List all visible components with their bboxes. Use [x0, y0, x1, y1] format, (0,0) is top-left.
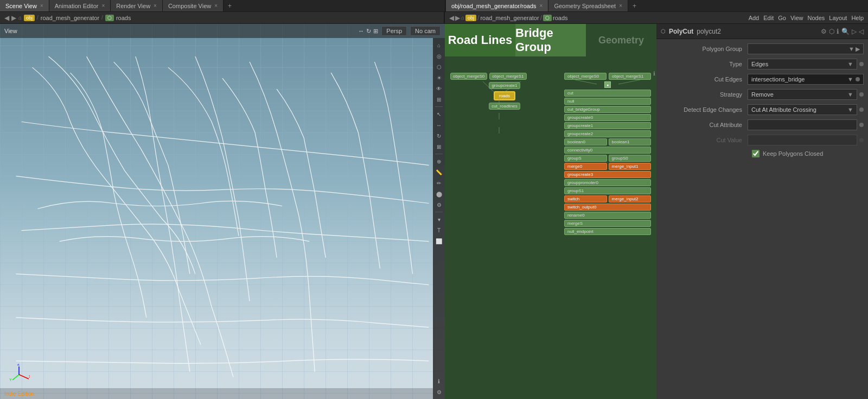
bridge-node-bridge-group[interactable]: cut_bridgeGroup — [564, 106, 651, 113]
node-editor-info[interactable]: ℹ — [653, 69, 655, 77]
polygon-group-select[interactable]: ▼ ▶ — [748, 43, 864, 54]
right-nav-forward[interactable]: ▶ — [455, 14, 460, 22]
tab-render-view[interactable]: Render View × — [111, 0, 163, 11]
bridge-node-null[interactable]: null — [564, 98, 651, 105]
cut-attribute-right-connector[interactable] — [859, 123, 864, 127]
menu-go[interactable]: Go — [778, 15, 786, 21]
close-right-tab-0[interactable]: × — [540, 3, 543, 9]
bridge-node-gc3[interactable]: groupcreate3 — [564, 171, 651, 178]
close-tab-2[interactable]: × — [154, 3, 157, 9]
menu-edit[interactable]: Edit — [763, 15, 774, 21]
right-breadcrumb-road[interactable]: road_mesh_generator — [480, 15, 539, 21]
tool-sculpt[interactable]: ⬤ — [434, 189, 444, 199]
bridge-node-bool0[interactable]: boolean0 — [564, 138, 607, 145]
menu-view[interactable]: View — [790, 15, 803, 21]
props-expand-icon[interactable]: ▷ — [852, 28, 857, 35]
bridge-node-merge0[interactable]: object_mergeS0 — [564, 73, 607, 80]
tool-frame[interactable]: ⬜ — [434, 236, 444, 246]
camera-nocam-btn[interactable]: No cam — [410, 26, 441, 36]
camera-persp-btn[interactable]: Persp — [381, 26, 407, 36]
road-node-cut[interactable]: cut_roadlines — [489, 103, 520, 110]
cut-value-input[interactable] — [748, 135, 857, 145]
road-node-group[interactable]: groupcreate1 — [489, 82, 520, 89]
node-canvas[interactable]: object_mergeS0 object_mergeS1 groupcreat… — [445, 67, 656, 399]
props-gear-icon[interactable]: ⚙ — [821, 28, 827, 35]
tool-pose[interactable]: ⚙ — [434, 200, 444, 210]
cut-edges-input[interactable]: intersections_bridge ▼ — [748, 74, 864, 85]
road-node-main[interactable]: roads — [494, 91, 515, 100]
bridge-node-null-end[interactable]: null_endpoint — [564, 228, 651, 235]
bridge-node-bool1[interactable]: boolean1 — [609, 138, 652, 145]
rotate-icon[interactable]: ↻ — [366, 28, 371, 35]
tab-geometry-spreadsheet[interactable]: Geometry Spreadsheet × — [548, 0, 628, 11]
props-info-icon[interactable]: ℹ — [837, 28, 839, 35]
tool-scale[interactable]: ⊠ — [434, 142, 444, 151]
detect-edge-right-connector[interactable] — [859, 107, 864, 112]
bridge-node-merge-orange[interactable]: merge0 — [564, 163, 607, 170]
bridge-node-cut[interactable]: cut — [564, 90, 651, 97]
add-tab-right[interactable]: + — [628, 1, 641, 11]
bridge-node-merge1[interactable]: object_mergeS1 — [609, 73, 651, 80]
tab-composite-view[interactable]: Composite View × — [163, 0, 224, 11]
props-collapse-icon[interactable]: ◁ — [859, 28, 864, 35]
road-node-1[interactable]: object_mergeS1 — [489, 73, 526, 80]
tool-transform[interactable]: ↔ — [434, 120, 444, 130]
props-nodes-icon[interactable]: ⬡ — [829, 28, 834, 35]
menu-nodes[interactable]: Nodes — [808, 15, 825, 21]
tool-snap[interactable]: ⊕ — [434, 156, 444, 166]
close-tab-3[interactable]: × — [214, 3, 218, 9]
tool-paint[interactable]: ✏ — [434, 178, 444, 188]
menu-add[interactable]: Add — [749, 15, 760, 21]
road-node-0[interactable]: object_mergeS0 — [450, 73, 487, 80]
tool-measure[interactable]: 📏 — [434, 167, 444, 177]
right-nav-back[interactable]: ◀ — [449, 14, 454, 22]
right-breadcrumb-roads[interactable]: roads — [553, 15, 568, 21]
tool-markers[interactable]: ▾ — [434, 214, 444, 224]
cut-attribute-input[interactable] — [748, 119, 857, 130]
nav-forward[interactable]: ▶ — [11, 14, 16, 22]
bridge-node-switch[interactable]: switch — [564, 195, 607, 202]
tool-home[interactable]: ⌂ — [434, 40, 444, 50]
tool-text[interactable]: T — [434, 225, 444, 235]
home-icon[interactable]: ⌂ — [18, 15, 22, 21]
bridge-node-gs2[interactable]: groupS1 — [564, 187, 651, 194]
bridge-node-conn[interactable]: connectivity0 — [564, 147, 651, 154]
scale-icon[interactable]: ⊞ — [373, 28, 378, 35]
bridge-node-gs0[interactable]: groupS — [564, 155, 607, 162]
tool-info[interactable]: ℹ — [434, 376, 444, 386]
bridge-node-switch-out[interactable]: switch_output0 — [564, 204, 651, 211]
type-right-connector[interactable] — [859, 62, 864, 66]
strategy-right-connector[interactable] — [859, 92, 864, 97]
menu-help[interactable]: Help — [851, 15, 864, 21]
tool-grid[interactable]: ⊞ — [434, 94, 444, 104]
breadcrumb-roads[interactable]: roads — [116, 15, 131, 21]
props-search-icon[interactable]: 🔍 — [841, 28, 850, 35]
cut-edges-right-connector[interactable] — [856, 77, 860, 81]
menu-layout[interactable]: Layout — [829, 15, 847, 21]
bridge-node-gs1[interactable]: groupS0 — [609, 155, 652, 162]
tool-settings[interactable]: ⚙ — [434, 387, 444, 397]
bridge-node-gp[interactable]: grouppromoter0 — [564, 179, 651, 186]
bridge-node-gc1[interactable]: groupcreate1 — [564, 122, 651, 129]
tool-select[interactable]: ↖ — [434, 109, 444, 119]
detect-edge-select[interactable]: Cut At Attribute Crossing ▼ — [748, 104, 857, 115]
tab-road-mesh[interactable]: obj/road_mesh_generator/roads × — [446, 0, 548, 11]
tool-rotate[interactable]: ↻ — [434, 131, 444, 141]
tab-scene-view[interactable]: Scene View × — [0, 0, 49, 11]
polygon-group-right-arrow[interactable]: ▶ — [856, 46, 860, 53]
tool-render[interactable]: ⬡ — [434, 62, 444, 72]
road-lines-group-card[interactable]: Road Lines — [445, 24, 515, 56]
bridge-node-merges[interactable]: mergeS — [564, 220, 651, 227]
transform-icon[interactable]: ↔ — [358, 28, 364, 35]
close-tab-0[interactable]: × — [40, 3, 43, 9]
bridge-group-card[interactable]: Bridge Group — [515, 24, 586, 56]
bridge-node-rename[interactable]: rename0 — [564, 212, 651, 219]
type-select[interactable]: Edges ▼ — [748, 59, 857, 69]
bridge-node-gc0[interactable]: groupcreate0 — [564, 114, 651, 121]
bridge-node-gc2[interactable]: groupcreate2 — [564, 130, 651, 137]
bridge-node-input2[interactable]: merge_input2 — [609, 195, 652, 202]
geometry-group-card[interactable]: Geometry — [586, 24, 656, 56]
keep-polygons-checkbox[interactable] — [752, 150, 760, 157]
tool-light[interactable]: ☀ — [434, 73, 444, 83]
close-tab-1[interactable]: × — [101, 3, 105, 9]
